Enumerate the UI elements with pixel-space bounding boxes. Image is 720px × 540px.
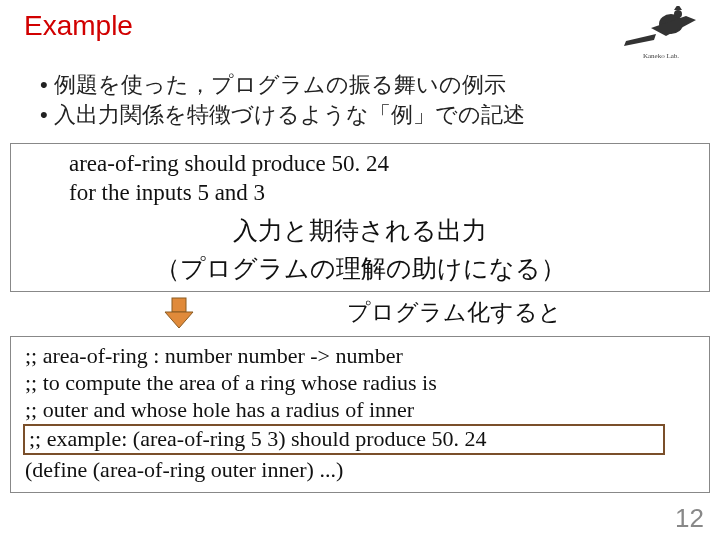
code-line: ;; area-of-ring : number number -> numbe… bbox=[25, 343, 699, 370]
arrow-row: プログラム化すると bbox=[0, 296, 720, 330]
bullet-list: 例題を使った，プログラムの振る舞いの例示 入出力関係を特徴づけるような「例」での… bbox=[40, 70, 720, 129]
code-box: ;; area-of-ring : number number -> numbe… bbox=[10, 336, 710, 493]
witch-icon: Kaneko Lab. bbox=[616, 6, 706, 62]
example-annotation: （プログラムの理解の助けになる） bbox=[21, 252, 699, 285]
code-line: ;; outer and whose hole has a radius of … bbox=[25, 397, 699, 424]
example-line: for the inputs 5 and 3 bbox=[21, 179, 699, 208]
code-line: (define (area-of-ring outer inner) ...) bbox=[25, 457, 699, 484]
svg-text:Kaneko Lab.: Kaneko Lab. bbox=[643, 52, 679, 60]
bullet-item: 例題を使った，プログラムの振る舞いの例示 bbox=[40, 70, 720, 100]
example-box: area-of-ring should produce 50. 24 for t… bbox=[10, 143, 710, 292]
arrow-label: プログラム化すると bbox=[347, 297, 562, 328]
slide: Example Kaneko Lab. 例題を使った，プログラムの振る舞いの例示… bbox=[0, 0, 720, 540]
code-line: ;; to compute the area of a ring whose r… bbox=[25, 370, 699, 397]
witch-logo: Kaneko Lab. bbox=[616, 6, 706, 62]
svg-point-1 bbox=[674, 10, 682, 18]
down-arrow-icon bbox=[159, 296, 199, 330]
svg-rect-3 bbox=[172, 298, 186, 312]
code-line-highlighted: ;; example: (area-of-ring 5 3) should pr… bbox=[23, 424, 665, 455]
page-number: 12 bbox=[675, 503, 704, 534]
example-line: area-of-ring should produce 50. 24 bbox=[21, 150, 699, 179]
example-annotation: 入力と期待される出力 bbox=[21, 214, 699, 247]
slide-title: Example bbox=[0, 10, 720, 42]
bullet-item: 入出力関係を特徴づけるような「例」での記述 bbox=[40, 100, 720, 130]
